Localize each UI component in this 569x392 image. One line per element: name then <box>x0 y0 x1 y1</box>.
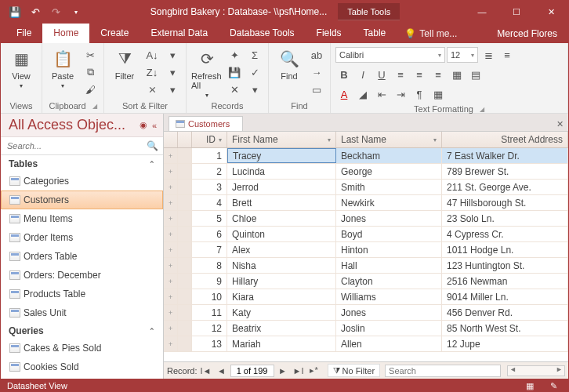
view-design-icon[interactable]: ✎ <box>545 381 562 391</box>
cell-id[interactable]: 13 <box>192 336 227 351</box>
advanced-filter-icon[interactable]: ▾ <box>164 64 181 81</box>
col-header-first-name[interactable]: First Name▾ <box>227 132 336 147</box>
table-row[interactable]: +10KiaraWilliams9014 Miller Ln. <box>164 289 568 305</box>
expand-row-icon[interactable]: + <box>164 321 178 336</box>
cell-first-name[interactable]: Lucinda <box>227 164 336 179</box>
cell-first-name[interactable]: Alex <box>227 242 336 257</box>
cell-last-name[interactable]: Jones <box>336 305 442 320</box>
cell-id[interactable]: 2 <box>192 164 227 179</box>
align-right-icon[interactable]: ≡ <box>429 66 447 83</box>
expand-row-icon[interactable]: + <box>164 164 178 179</box>
cell-id[interactable]: 10 <box>192 289 227 304</box>
cell-street-address[interactable]: 9014 Miller Ln. <box>442 289 568 304</box>
nav-pane-title[interactable]: All Access Objec... <box>9 117 125 133</box>
first-record-icon[interactable]: I◄ <box>199 364 213 378</box>
redo-icon[interactable]: ↷ <box>46 3 65 20</box>
table-row[interactable]: +7AlexHinton1011 Hodge Ln. <box>164 242 568 258</box>
row-selector[interactable] <box>178 321 192 336</box>
gridlines-icon[interactable]: ▦ <box>448 66 466 83</box>
tab-database-tools[interactable]: Database Tools <box>219 24 306 43</box>
replace-icon[interactable]: ab <box>308 46 325 64</box>
copy-icon[interactable]: ⧉ <box>82 64 99 81</box>
expand-row-icon[interactable]: + <box>164 336 178 351</box>
row-selector-header[interactable] <box>178 132 192 147</box>
expand-row-icon[interactable]: + <box>164 289 178 304</box>
tab-fields[interactable]: Fields <box>306 24 353 43</box>
cell-first-name[interactable]: Beatrix <box>227 321 336 336</box>
cell-last-name[interactable]: Beckham <box>336 148 442 163</box>
expand-row-icon[interactable]: + <box>164 195 178 210</box>
cell-id[interactable]: 1 <box>192 148 227 163</box>
sort-desc-icon[interactable]: Z↓ <box>143 64 161 81</box>
undo-icon[interactable]: ↶ <box>26 3 45 20</box>
cell-first-name[interactable]: Hillary <box>227 274 336 289</box>
tab-home[interactable]: Home <box>42 24 89 43</box>
table-row[interactable]: +3JerrodSmith211 St. George Ave. <box>164 180 568 195</box>
nav-item-orders-table[interactable]: Orders Table <box>1 247 163 266</box>
maximize-button[interactable]: ☐ <box>499 1 534 23</box>
cell-id[interactable]: 3 <box>192 180 227 194</box>
table-row[interactable]: +6QuintonBoyd4 Cypress Cr. <box>164 227 568 242</box>
table-row[interactable]: +13MariahAllen12 Jupe <box>164 336 568 352</box>
cell-street-address[interactable]: 12 Jupe <box>442 336 568 351</box>
table-row[interactable]: +11KatyJones456 Denver Rd. <box>164 305 568 321</box>
search-icon[interactable]: 🔍 <box>147 140 158 151</box>
remove-sort-icon[interactable]: ⨯ <box>143 81 161 98</box>
cell-street-address[interactable]: 47 Hillsborough St. <box>442 195 568 210</box>
italic-icon[interactable]: I <box>354 66 371 83</box>
datasheet-search-input[interactable] <box>385 365 501 377</box>
nav-item-customers[interactable]: Customers <box>1 191 163 209</box>
cell-id[interactable]: 8 <box>192 258 227 273</box>
expand-row-icon[interactable]: + <box>164 180 178 194</box>
cell-street-address[interactable]: 4 Cypress Cr. <box>442 227 568 241</box>
view-datasheet-icon[interactable]: ▦ <box>521 381 538 391</box>
ltr-icon[interactable]: ¶ <box>411 85 428 103</box>
nav-item-orders-december[interactable]: Orders: December <box>1 266 163 285</box>
bullets-icon[interactable]: ≣ <box>480 46 497 64</box>
row-selector[interactable] <box>178 180 192 194</box>
nav-group-queries[interactable]: Queries⌃ <box>1 322 163 339</box>
expand-row-icon[interactable]: + <box>164 305 178 320</box>
cell-first-name[interactable]: Mariah <box>227 336 336 351</box>
selection-filter-icon[interactable]: ▾ <box>164 46 181 64</box>
row-selector[interactable] <box>178 227 192 241</box>
refresh-all-button[interactable]: ⟳ Refresh All▾ <box>191 45 223 99</box>
more-records-icon[interactable]: ▾ <box>246 81 263 98</box>
cell-first-name[interactable]: Nisha <box>227 258 336 273</box>
nav-item-cakes-pies-sold[interactable]: Cakes & Pies Sold <box>1 339 163 358</box>
align-left-icon[interactable]: ≡ <box>392 66 409 83</box>
nav-dropdown-icon[interactable]: ◉ <box>140 120 147 130</box>
table-row[interactable]: +5ChloeJones23 Solo Ln. <box>164 211 568 227</box>
numbering-icon[interactable]: ≡ <box>498 46 516 64</box>
paste-button[interactable]: 📋 Paste▾ <box>47 45 78 89</box>
expand-row-icon[interactable]: + <box>164 274 178 289</box>
cell-last-name[interactable]: George <box>336 164 442 179</box>
tab-create[interactable]: Create <box>89 24 140 43</box>
cell-first-name[interactable]: Tracey <box>227 148 336 163</box>
close-document-icon[interactable]: ✕ <box>552 118 568 131</box>
next-record-icon[interactable]: ► <box>276 364 290 378</box>
nav-item-order-items[interactable]: Order Items <box>1 228 163 247</box>
tab-file[interactable]: File <box>5 24 42 43</box>
row-selector[interactable] <box>178 336 192 351</box>
table-row[interactable]: +4BrettNewkirk47 Hillsborough St. <box>164 195 568 211</box>
cell-last-name[interactable]: Hall <box>336 258 442 273</box>
row-selector[interactable] <box>178 148 192 163</box>
delete-record-icon[interactable]: ✕ <box>226 81 243 98</box>
goto-icon[interactable]: → <box>308 64 325 81</box>
cell-last-name[interactable]: Hinton <box>336 242 442 257</box>
cell-id[interactable]: 7 <box>192 242 227 257</box>
cell-last-name[interactable]: Jones <box>336 211 442 226</box>
expand-row-icon[interactable]: + <box>164 148 178 163</box>
nav-search[interactable]: 🔍 <box>1 137 163 155</box>
cell-street-address[interactable]: 7 East Walker Dr. <box>442 148 568 163</box>
expand-header[interactable] <box>164 132 178 147</box>
user-name[interactable]: Merced Flores <box>486 24 568 43</box>
cell-street-address[interactable]: 123 Huntington St. <box>442 258 568 273</box>
new-record-nav-icon[interactable]: ▸* <box>307 364 321 378</box>
cell-first-name[interactable]: Jerrod <box>227 180 336 194</box>
row-selector[interactable] <box>178 274 192 289</box>
cut-icon[interactable]: ✂ <box>82 46 99 64</box>
nav-search-input[interactable] <box>5 139 147 153</box>
document-tab-customers[interactable]: Customers <box>169 116 243 131</box>
